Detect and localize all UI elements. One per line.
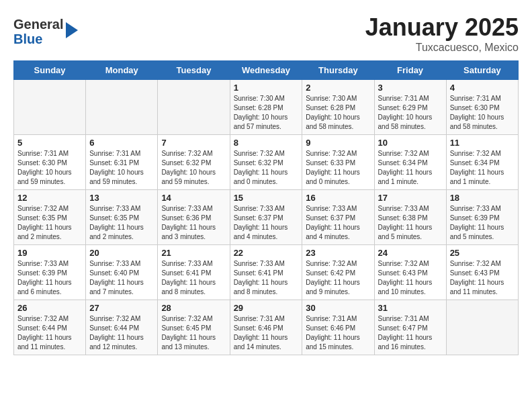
calendar-cell: 15Sunrise: 7:33 AM Sunset: 6:37 PM Dayli…	[230, 190, 302, 245]
day-number: 26	[17, 303, 82, 313]
calendar-cell: 30Sunrise: 7:31 AM Sunset: 6:46 PM Dayli…	[302, 300, 374, 355]
calendar-cell: 19Sunrise: 7:33 AM Sunset: 6:39 PM Dayli…	[14, 245, 86, 300]
calendar-cell: 17Sunrise: 7:33 AM Sunset: 6:38 PM Dayli…	[374, 190, 446, 245]
day-number: 20	[89, 248, 154, 258]
day-info: Sunrise: 7:30 AM Sunset: 6:28 PM Dayligh…	[306, 94, 370, 132]
calendar-cell: 2Sunrise: 7:30 AM Sunset: 6:28 PM Daylig…	[302, 80, 374, 135]
day-number: 16	[306, 193, 370, 203]
calendar-cell: 22Sunrise: 7:33 AM Sunset: 6:41 PM Dayli…	[230, 245, 302, 300]
day-info: Sunrise: 7:33 AM Sunset: 6:39 PM Dayligh…	[450, 204, 515, 242]
day-number: 1	[234, 83, 299, 93]
day-info: Sunrise: 7:32 AM Sunset: 6:33 PM Dayligh…	[306, 149, 370, 187]
day-number: 9	[306, 138, 370, 148]
day-info: Sunrise: 7:33 AM Sunset: 6:40 PM Dayligh…	[89, 259, 154, 297]
day-number: 3	[378, 83, 443, 93]
day-number: 19	[17, 248, 82, 258]
day-number: 18	[450, 193, 515, 203]
day-header-thursday: Thursday	[302, 61, 374, 80]
day-info: Sunrise: 7:33 AM Sunset: 6:36 PM Dayligh…	[161, 204, 226, 242]
day-number: 24	[378, 248, 443, 258]
main-title: January 2025	[365, 13, 519, 42]
calendar-cell: 27Sunrise: 7:32 AM Sunset: 6:44 PM Dayli…	[86, 300, 158, 355]
calendar-cell: 24Sunrise: 7:32 AM Sunset: 6:43 PM Dayli…	[374, 245, 446, 300]
logo: General Blue	[13, 17, 78, 46]
calendar-cell: 7Sunrise: 7:32 AM Sunset: 6:32 PM Daylig…	[158, 135, 230, 190]
day-info: Sunrise: 7:33 AM Sunset: 6:41 PM Dayligh…	[234, 259, 299, 297]
day-info: Sunrise: 7:32 AM Sunset: 6:43 PM Dayligh…	[378, 259, 443, 297]
calendar-header-row: SundayMondayTuesdayWednesdayThursdayFrid…	[14, 61, 519, 80]
day-info: Sunrise: 7:32 AM Sunset: 6:43 PM Dayligh…	[450, 259, 515, 297]
day-info: Sunrise: 7:31 AM Sunset: 6:46 PM Dayligh…	[306, 314, 370, 352]
calendar-table: SundayMondayTuesdayWednesdayThursdayFrid…	[13, 60, 519, 355]
calendar-cell: 28Sunrise: 7:32 AM Sunset: 6:45 PM Dayli…	[158, 300, 230, 355]
day-info: Sunrise: 7:32 AM Sunset: 6:32 PM Dayligh…	[161, 149, 226, 187]
day-header-tuesday: Tuesday	[158, 61, 230, 80]
calendar-cell: 4Sunrise: 7:31 AM Sunset: 6:30 PM Daylig…	[446, 80, 518, 135]
page-header: General Blue January 2025 Tuxcacuesco, M…	[13, 13, 519, 54]
calendar-week-row: 1Sunrise: 7:30 AM Sunset: 6:28 PM Daylig…	[14, 80, 519, 135]
calendar-cell: 3Sunrise: 7:31 AM Sunset: 6:29 PM Daylig…	[374, 80, 446, 135]
day-number: 28	[161, 303, 226, 313]
calendar-cell: 10Sunrise: 7:32 AM Sunset: 6:34 PM Dayli…	[374, 135, 446, 190]
day-number: 30	[306, 303, 370, 313]
calendar-cell: 29Sunrise: 7:31 AM Sunset: 6:46 PM Dayli…	[230, 300, 302, 355]
calendar-cell: 14Sunrise: 7:33 AM Sunset: 6:36 PM Dayli…	[158, 190, 230, 245]
day-info: Sunrise: 7:32 AM Sunset: 6:34 PM Dayligh…	[450, 149, 515, 187]
day-number: 4	[450, 83, 515, 93]
day-number: 14	[161, 193, 226, 203]
day-number: 10	[378, 138, 443, 148]
calendar-cell: 31Sunrise: 7:31 AM Sunset: 6:47 PM Dayli…	[374, 300, 446, 355]
day-header-wednesday: Wednesday	[230, 61, 302, 80]
calendar-cell: 11Sunrise: 7:32 AM Sunset: 6:34 PM Dayli…	[446, 135, 518, 190]
calendar-cell: 20Sunrise: 7:33 AM Sunset: 6:40 PM Dayli…	[86, 245, 158, 300]
day-info: Sunrise: 7:33 AM Sunset: 6:38 PM Dayligh…	[378, 204, 443, 242]
day-info: Sunrise: 7:32 AM Sunset: 6:44 PM Dayligh…	[17, 314, 82, 352]
day-info: Sunrise: 7:31 AM Sunset: 6:47 PM Dayligh…	[378, 314, 443, 352]
day-info: Sunrise: 7:33 AM Sunset: 6:41 PM Dayligh…	[161, 259, 226, 297]
calendar-cell: 21Sunrise: 7:33 AM Sunset: 6:41 PM Dayli…	[158, 245, 230, 300]
calendar-cell	[158, 80, 230, 135]
calendar-week-row: 12Sunrise: 7:32 AM Sunset: 6:35 PM Dayli…	[14, 190, 519, 245]
day-info: Sunrise: 7:31 AM Sunset: 6:30 PM Dayligh…	[17, 149, 82, 187]
day-info: Sunrise: 7:32 AM Sunset: 6:32 PM Dayligh…	[234, 149, 299, 187]
calendar-cell: 6Sunrise: 7:31 AM Sunset: 6:31 PM Daylig…	[86, 135, 158, 190]
calendar-cell: 18Sunrise: 7:33 AM Sunset: 6:39 PM Dayli…	[446, 190, 518, 245]
day-info: Sunrise: 7:32 AM Sunset: 6:44 PM Dayligh…	[89, 314, 154, 352]
day-info: Sunrise: 7:33 AM Sunset: 6:39 PM Dayligh…	[17, 259, 82, 297]
day-number: 11	[450, 138, 515, 148]
calendar-cell: 26Sunrise: 7:32 AM Sunset: 6:44 PM Dayli…	[14, 300, 86, 355]
day-number: 2	[306, 83, 370, 93]
day-info: Sunrise: 7:32 AM Sunset: 6:34 PM Dayligh…	[378, 149, 443, 187]
day-info: Sunrise: 7:31 AM Sunset: 6:30 PM Dayligh…	[450, 94, 515, 132]
calendar-week-row: 26Sunrise: 7:32 AM Sunset: 6:44 PM Dayli…	[14, 300, 519, 355]
day-info: Sunrise: 7:33 AM Sunset: 6:35 PM Dayligh…	[89, 204, 154, 242]
calendar-cell: 16Sunrise: 7:33 AM Sunset: 6:37 PM Dayli…	[302, 190, 374, 245]
day-header-sunday: Sunday	[14, 61, 86, 80]
day-number: 8	[234, 138, 299, 148]
day-header-friday: Friday	[374, 61, 446, 80]
calendar-week-row: 19Sunrise: 7:33 AM Sunset: 6:39 PM Dayli…	[14, 245, 519, 300]
calendar-cell: 1Sunrise: 7:30 AM Sunset: 6:28 PM Daylig…	[230, 80, 302, 135]
day-number: 27	[89, 303, 154, 313]
title-section: January 2025 Tuxcacuesco, Mexico	[365, 13, 519, 54]
day-header-saturday: Saturday	[446, 61, 518, 80]
calendar-cell: 8Sunrise: 7:32 AM Sunset: 6:32 PM Daylig…	[230, 135, 302, 190]
sub-title: Tuxcacuesco, Mexico	[365, 42, 519, 54]
calendar-cell: 13Sunrise: 7:33 AM Sunset: 6:35 PM Dayli…	[86, 190, 158, 245]
day-number: 21	[161, 248, 226, 258]
day-number: 13	[89, 193, 154, 203]
day-number: 12	[17, 193, 82, 203]
day-info: Sunrise: 7:32 AM Sunset: 6:45 PM Dayligh…	[161, 314, 226, 352]
day-info: Sunrise: 7:33 AM Sunset: 6:37 PM Dayligh…	[234, 204, 299, 242]
calendar-cell	[14, 80, 86, 135]
day-info: Sunrise: 7:31 AM Sunset: 6:29 PM Dayligh…	[378, 94, 443, 132]
day-number: 5	[17, 138, 82, 148]
day-number: 15	[234, 193, 299, 203]
calendar-cell: 9Sunrise: 7:32 AM Sunset: 6:33 PM Daylig…	[302, 135, 374, 190]
day-info: Sunrise: 7:31 AM Sunset: 6:46 PM Dayligh…	[234, 314, 299, 352]
day-info: Sunrise: 7:30 AM Sunset: 6:28 PM Dayligh…	[234, 94, 299, 132]
day-number: 22	[234, 248, 299, 258]
day-number: 31	[378, 303, 443, 313]
day-info: Sunrise: 7:32 AM Sunset: 6:35 PM Dayligh…	[17, 204, 82, 242]
calendar-cell	[86, 80, 158, 135]
